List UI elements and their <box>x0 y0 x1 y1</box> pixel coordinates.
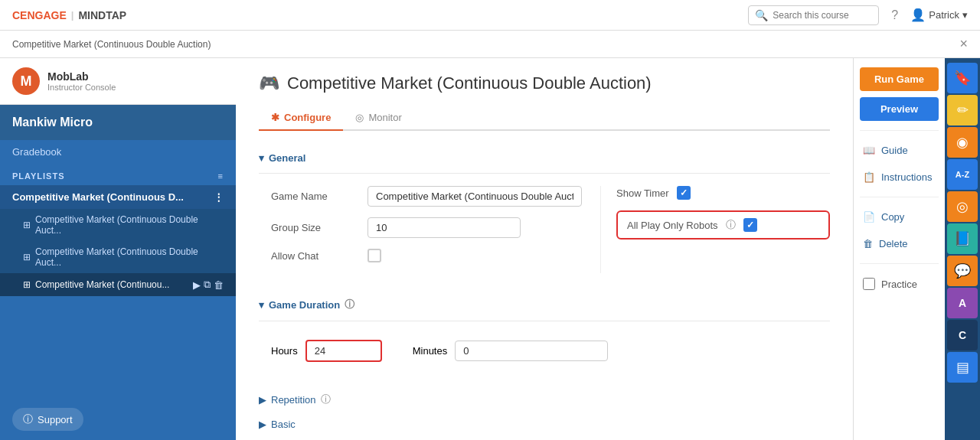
sidebar-footer: ⓘ Support <box>0 399 236 440</box>
game-duration-header[interactable]: ▾ Game Duration ⓘ <box>259 292 830 318</box>
list-item[interactable]: ⊞ Competitive Market (Continuous Double … <box>0 241 236 273</box>
content-area: 🎮 Competitive Market (Continuous Double … <box>236 58 853 440</box>
tab-monitor[interactable]: ◎ Monitor <box>343 106 413 131</box>
game-icon: 🎮 <box>259 73 279 93</box>
search-icon: 🔍 <box>755 9 768 21</box>
user-a-icon[interactable]: A <box>947 288 978 318</box>
basic-chevron: ▶ <box>259 419 266 430</box>
cengage-logo: CENGAGE | MINDTAP <box>12 9 126 21</box>
duration-divider <box>259 321 830 321</box>
right-icon-column: 🔖 ✏ ◉ A-Z ◎ 📘 💬 A C ▤ <box>945 58 980 440</box>
circle-icon[interactable]: ◎ <box>947 191 978 222</box>
list-icon[interactable]: ≡ <box>218 171 224 181</box>
guide-link[interactable]: 📖 Guide <box>860 140 939 161</box>
user-name: Patrick <box>929 9 959 21</box>
list-item[interactable]: ⊞ Competitive Market (Continuous Double … <box>0 209 236 241</box>
sub-item-icon: ⊞ <box>23 220 31 230</box>
copy-icon: 📄 <box>863 211 875 223</box>
page-icon[interactable]: ▤ <box>947 352 978 383</box>
preview-button[interactable]: Preview <box>860 97 939 121</box>
configure-tab-label: Configure <box>284 112 331 123</box>
section-divider <box>259 173 830 174</box>
advanced-row[interactable]: ▶ Advanced <box>259 436 830 440</box>
close-button[interactable]: × <box>959 36 968 52</box>
main-layout: M MobLab Instructor Console Mankiw Micro… <box>0 58 980 440</box>
repetition-label: Repetition <box>271 394 316 406</box>
show-timer-checkbox[interactable] <box>677 186 691 200</box>
repetition-row[interactable]: ▶ Repetition ⓘ <box>259 386 830 412</box>
playlists-header: PLAYLISTS ≡ <box>0 164 236 185</box>
game-name-input[interactable] <box>368 186 582 207</box>
basic-row[interactable]: ▶ Basic <box>259 412 830 436</box>
sub-items-list: ⊞ Competitive Market (Continuous Double … <box>0 209 236 296</box>
general-content: Game Name Group Size Allow Chat <box>259 180 830 279</box>
support-button[interactable]: ⓘ Support <box>12 408 83 431</box>
guide-label: Guide <box>881 145 908 156</box>
book-icon[interactable]: 📘 <box>947 223 978 254</box>
brand-separator: | <box>71 9 74 21</box>
practice-checkbox[interactable] <box>863 278 875 290</box>
page-title-row: 🎮 Competitive Market (Continuous Double … <box>259 73 830 93</box>
search-input[interactable] <box>773 10 872 21</box>
tab-configure[interactable]: ✱ Configure <box>259 106 343 131</box>
instructions-link[interactable]: 📋 Instructions <box>860 167 939 187</box>
sidebar-header: M MobLab Instructor Console <box>0 58 236 105</box>
all-play-robots-checkbox[interactable] <box>743 218 757 232</box>
hours-input[interactable] <box>305 340 382 362</box>
repetition-chevron: ▶ <box>259 394 266 406</box>
minutes-label: Minutes <box>413 345 448 357</box>
hours-label: Hours <box>271 345 298 357</box>
moblab-logo: M <box>12 67 40 95</box>
group-size-label: Group Size <box>271 222 355 233</box>
active-playlist-item[interactable]: Competitive Market (Continuous D... ⋮ <box>0 185 236 209</box>
moblab-title: MobLab <box>47 70 116 83</box>
list-item[interactable]: ⊞ Competitive Market (Continuou... ▶ ⧉ 🗑 <box>0 273 236 296</box>
sub-item-label: Competitive Market (Continuous Double Au… <box>35 214 224 236</box>
sub-item-label: Competitive Market (Continuous Double Au… <box>35 246 224 268</box>
instructions-icon: 📋 <box>863 171 875 183</box>
group-size-input[interactable] <box>368 217 521 238</box>
pencil-icon[interactable]: ✏ <box>947 95 978 125</box>
play-icon[interactable]: ▶ <box>193 279 201 291</box>
action-separator-3 <box>860 263 939 264</box>
duration-row: Hours Minutes <box>271 334 830 368</box>
duration-info-icon[interactable]: ⓘ <box>345 298 354 311</box>
c-icon[interactable]: C <box>947 320 978 350</box>
tabs: ✱ Configure ◎ Monitor <box>259 106 830 131</box>
breadcrumb-bar: Competitive Market (Continuous Double Au… <box>0 31 980 58</box>
support-icon: ⓘ <box>23 412 33 426</box>
az-icon[interactable]: A-Z <box>947 159 978 190</box>
rss-icon[interactable]: ◉ <box>947 127 978 158</box>
general-grid: Game Name Group Size Allow Chat <box>271 186 830 273</box>
support-label: Support <box>38 414 73 425</box>
general-section: ▾ General Game Name Group Size <box>259 146 830 279</box>
help-icon[interactable]: ? <box>891 8 898 22</box>
allow-chat-checkbox[interactable] <box>368 249 381 262</box>
run-game-button[interactable]: Run Game <box>860 67 939 91</box>
search-box[interactable]: 🔍 <box>748 5 879 25</box>
allow-chat-row: Allow Chat <box>271 249 585 262</box>
copy-label: Copy <box>881 211 904 223</box>
sidebar-item-gradebook[interactable]: Gradebook <box>0 140 236 164</box>
sub-item-actions: ▶ ⧉ 🗑 <box>193 279 224 291</box>
repetition-info-icon[interactable]: ⓘ <box>321 393 331 406</box>
robots-info-icon[interactable]: ⓘ <box>726 218 736 232</box>
general-chevron: ▾ <box>259 152 264 164</box>
all-play-robots-label: All Play Only Robots <box>627 220 718 231</box>
delete-link[interactable]: 🗑 Delete <box>860 233 939 254</box>
bookmark-icon[interactable]: 🔖 <box>947 63 978 93</box>
general-label: General <box>269 152 305 164</box>
user-menu[interactable]: 👤 Patrick ▾ <box>910 8 968 22</box>
allow-chat-label: Allow Chat <box>271 250 355 262</box>
duration-content: Hours Minutes <box>259 328 830 374</box>
chat-icon[interactable]: 💬 <box>947 256 978 286</box>
minutes-input[interactable] <box>455 341 608 361</box>
delete-icon: 🗑 <box>863 238 873 249</box>
playlist-menu-dots[interactable]: ⋮ <box>214 191 224 203</box>
copy-icon[interactable]: ⧉ <box>204 279 211 291</box>
configure-tab-icon: ✱ <box>271 112 279 123</box>
playlists-label: PLAYLISTS <box>12 171 65 181</box>
copy-link[interactable]: 📄 Copy <box>860 207 939 227</box>
general-section-header[interactable]: ▾ General <box>259 146 830 170</box>
delete-icon[interactable]: 🗑 <box>214 279 224 291</box>
